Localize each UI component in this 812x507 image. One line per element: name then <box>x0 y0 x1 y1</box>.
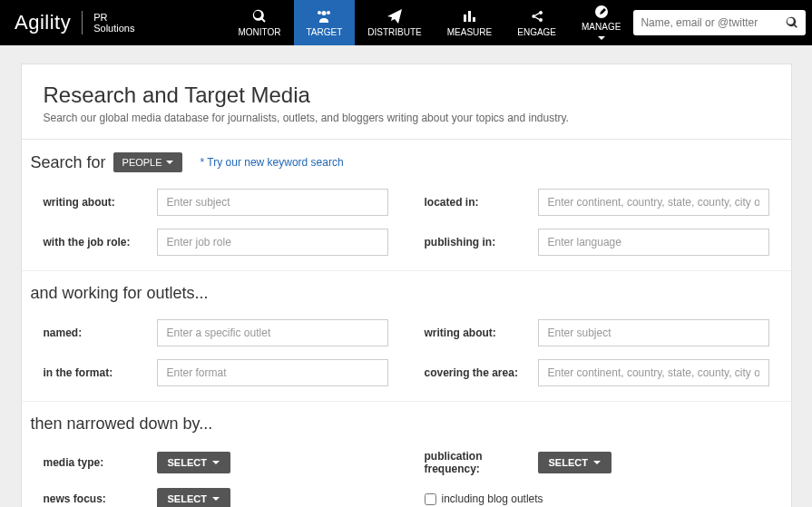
form-row: named: writing about: <box>44 319 769 346</box>
job-role-label: with the job role: <box>44 236 157 249</box>
chevron-down-icon <box>166 161 173 164</box>
pub-freq-field: publication frequency: SELECT <box>425 450 769 475</box>
bar-chart-icon <box>463 8 477 24</box>
nav-measure-label: MEASURE <box>447 27 492 37</box>
outlet-covering-field: covering the area: <box>425 359 769 386</box>
try-keyword-link[interactable]: * Try our new keyword search <box>201 156 344 169</box>
select-label: SELECT <box>168 457 207 468</box>
news-focus-label: news focus: <box>44 492 157 505</box>
page-header: Research and Target Media Search our glo… <box>22 64 791 140</box>
select-label: SELECT <box>168 493 207 504</box>
news-focus-select[interactable]: SELECT <box>157 488 230 507</box>
outlet-writing-about-input[interactable] <box>538 319 769 346</box>
paper-plane-icon <box>387 8 402 24</box>
share-icon <box>530 8 544 24</box>
writing-about-input[interactable] <box>157 189 388 216</box>
chevron-down-icon <box>212 461 220 464</box>
located-in-label: located in: <box>425 196 538 209</box>
search-icon <box>252 8 267 24</box>
nav-manage-label: MANAGE <box>582 22 621 42</box>
outlets-section-title: and working for outlets... <box>22 271 791 310</box>
job-role-input[interactable] <box>157 229 388 256</box>
global-search-button[interactable] <box>778 10 806 35</box>
outlet-format-label: in the format: <box>44 366 157 379</box>
narrowed-section-title: then narrowed down by... <box>22 402 791 441</box>
form-row: news focus: SELECT including blog outlet… <box>44 488 769 507</box>
outlet-covering-input[interactable] <box>538 359 769 386</box>
include-blog-checkbox-wrap[interactable]: including blog outlets <box>425 492 543 505</box>
top-navbar: Agility PR Solutions MONITOR TARGET DIST… <box>0 0 812 45</box>
people-dropdown[interactable]: PEOPLE <box>113 152 182 172</box>
publishing-in-label: publishing in: <box>425 236 538 249</box>
outlet-fields: named: writing about: in the format: cov… <box>22 310 791 402</box>
select-label: SELECT <box>549 457 588 468</box>
people-fields: writing about: located in: with the job … <box>22 180 791 271</box>
publishing-in-input[interactable] <box>538 229 769 256</box>
search-for-label: Search for <box>31 153 106 172</box>
outlet-writing-about-label: writing about: <box>425 327 538 339</box>
brand-sub2: Solutions <box>93 23 134 34</box>
nav-distribute-label: DISTRIBUTE <box>367 27 421 37</box>
outlet-format-input[interactable] <box>157 359 388 386</box>
brand-divider <box>82 11 83 34</box>
nav-target-label: TARGET <box>307 27 343 37</box>
page-title: Research and Target Media <box>44 83 769 108</box>
nav-manage[interactable]: MANAGE <box>569 0 633 45</box>
nav-measure[interactable]: MEASURE <box>435 0 504 45</box>
nav-engage-label: ENGAGE <box>517 27 556 37</box>
outlet-named-field: named: <box>44 319 388 346</box>
media-type-field: media type: SELECT <box>44 450 388 475</box>
pub-freq-label: publication frequency: <box>425 450 538 475</box>
brand-sub1: PR <box>93 12 107 23</box>
nav-target[interactable]: TARGET <box>294 0 356 45</box>
nav-engage[interactable]: ENGAGE <box>504 0 569 45</box>
search-icon <box>786 16 798 29</box>
chevron-down-icon <box>598 36 605 40</box>
edit-icon <box>594 5 609 19</box>
outlet-covering-label: covering the area: <box>425 366 538 379</box>
writing-about-field: writing about: <box>44 189 388 216</box>
chevron-down-icon <box>593 461 601 464</box>
writing-about-label: writing about: <box>44 196 157 209</box>
outlet-writing-about-field: writing about: <box>425 319 769 346</box>
located-in-field: located in: <box>425 189 769 216</box>
brand-main: Agility <box>15 11 71 34</box>
brand-logo: Agility PR Solutions <box>15 11 134 34</box>
global-search-input[interactable] <box>633 10 778 35</box>
global-search <box>633 10 806 35</box>
form-row: with the job role: publishing in: <box>44 229 769 256</box>
form-row: media type: SELECT publication frequency… <box>44 450 769 475</box>
people-btn-label: PEOPLE <box>122 157 162 168</box>
nav-monitor-label: MONITOR <box>238 27 280 37</box>
people-icon <box>317 8 331 24</box>
form-row: in the format: covering the area: <box>44 359 769 386</box>
media-type-label: media type: <box>44 456 157 469</box>
brand-sub: PR Solutions <box>93 12 134 34</box>
nav-distribute[interactable]: DISTRIBUTE <box>355 0 434 45</box>
publishing-in-field: publishing in: <box>425 229 769 256</box>
search-for-section: Search for PEOPLE * Try our new keyword … <box>22 140 791 180</box>
include-blog-label: including blog outlets <box>442 492 543 505</box>
media-type-select[interactable]: SELECT <box>157 452 230 473</box>
chevron-down-icon <box>212 497 220 501</box>
include-blog-field: including blog outlets <box>425 488 769 507</box>
narrow-fields: media type: SELECT publication frequency… <box>22 441 791 507</box>
page-subtitle: Search our global media database for jou… <box>44 112 769 124</box>
form-row: writing about: located in: <box>44 189 769 216</box>
outlet-named-label: named: <box>44 327 157 339</box>
outlet-named-input[interactable] <box>157 319 388 346</box>
nav-monitor[interactable]: MONITOR <box>225 0 293 45</box>
outlet-format-field: in the format: <box>44 359 388 386</box>
news-focus-field: news focus: SELECT <box>44 488 388 507</box>
pub-freq-select[interactable]: SELECT <box>538 452 611 473</box>
job-role-field: with the job role: <box>44 229 388 256</box>
page-container: Research and Target Media Search our glo… <box>21 63 792 507</box>
located-in-input[interactable] <box>538 189 769 216</box>
include-blog-checkbox[interactable] <box>425 493 436 505</box>
nav-items: MONITOR TARGET DISTRIBUTE MEASURE ENGAGE… <box>225 0 633 45</box>
